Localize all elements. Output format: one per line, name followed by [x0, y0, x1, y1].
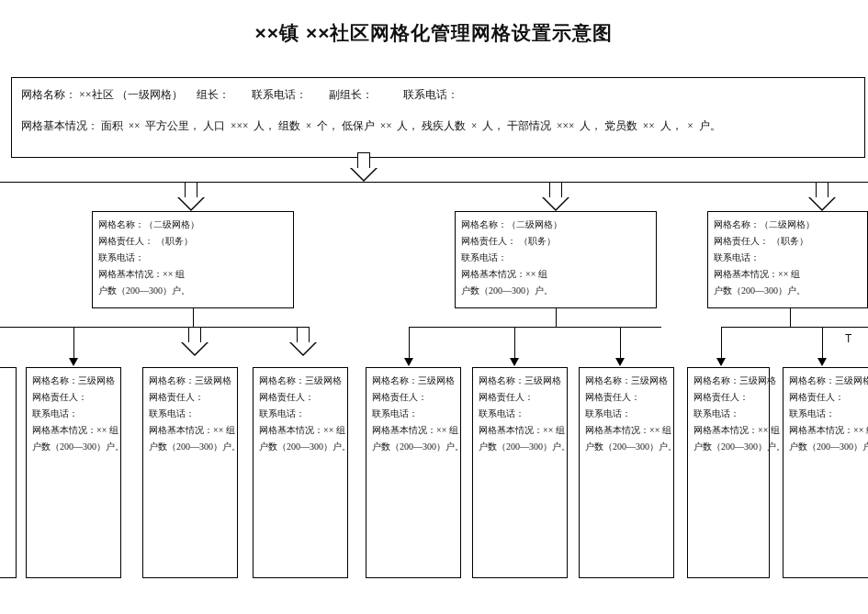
l3-hh: 户数（200—300）户。	[479, 440, 561, 454]
l2-name: 网格名称：（二级网格）	[714, 218, 862, 232]
disabled-unit: 人，	[482, 120, 504, 131]
arrow-down-icon	[289, 327, 317, 356]
basic-label: 网格基本情况：	[21, 120, 98, 131]
l3-phone: 联系电话：	[32, 407, 115, 421]
l3-basic: 网格基本情况：×× 组	[479, 423, 561, 438]
l3-hh: 户数（200—300）户。	[585, 440, 668, 454]
disabled-label: 残疾人数	[422, 120, 466, 131]
l2-owner: 网格责任人： （职务）	[461, 234, 650, 249]
l2-basic: 网格基本情况：×× 组	[98, 267, 287, 282]
l3-basic: 网格基本情况：×× 组	[32, 423, 115, 438]
connector-line	[0, 182, 868, 183]
l2-owner: 网格责任人： （职务）	[714, 234, 862, 249]
level3-box: 网格名称：三级网格 网格责任人： 联系电话： 网格基本情况：×× 组 户数（20…	[472, 367, 568, 578]
l2-hh: 户数（200—300）户。	[461, 284, 650, 298]
l3-name: 网格名称：三级网格	[372, 374, 455, 388]
l3-hh: 户数（200—300）户。	[789, 440, 862, 454]
level3-box: 网格名称：三级网格 网格责任人： 联系电话： 网格基本情况：×× 组 户数（20…	[142, 367, 238, 578]
l3-basic: 网格基本情况：×× 组	[149, 423, 231, 438]
level3-box: 网格名称：三级网格 网格责任人： 联系电话： 网格基本情况：×× 组 户数（20…	[579, 367, 674, 578]
l2-hh: 户数（200—300）户。	[714, 284, 862, 298]
l3-basic: 网格基本情况：×× 组	[585, 423, 668, 438]
l3-owner: 网格责任人：	[32, 390, 115, 405]
deputy-label: 副组长：	[329, 88, 373, 101]
l3-name: 网格名称：三级网格	[585, 374, 668, 388]
connector-line	[556, 308, 557, 327]
arrow-down-icon	[181, 327, 209, 356]
connector-line	[822, 327, 823, 358]
l3-phone: 联系电话：	[149, 407, 231, 421]
l3-phone: 联系电话：	[693, 407, 763, 421]
l3-name: 网格名称：三级网格	[479, 374, 561, 388]
l2-owner: 网格责任人： （职务）	[98, 234, 287, 249]
party-unit: 人，	[660, 120, 682, 131]
arrowhead-icon	[510, 358, 519, 366]
pop-unit: 人，	[254, 120, 276, 131]
l3-owner: 网格责任人：	[789, 390, 862, 405]
l3-owner: 网格责任人：	[149, 390, 231, 405]
area-value: ××	[129, 120, 141, 131]
level2-box: 网格名称：（二级网格） 网格责任人： （职务） 联系电话： 网格基本情况：×× …	[455, 211, 657, 308]
connector-line	[620, 327, 621, 358]
group-label: 组数	[278, 120, 300, 131]
l3-name: 网格名称：三级网格	[149, 374, 231, 388]
l3-owner: 网格责任人：	[259, 390, 342, 405]
l3-basic: 网格基本情况：×× 组	[693, 423, 763, 438]
level3-box: 网格名称：三级网格 网格责任人： 联系电话： 网格基本情况：×× 组 户数（20…	[253, 367, 348, 578]
l2-name: 网格名称：（二级网格）	[98, 218, 287, 232]
leader-label: 组长：	[197, 88, 230, 101]
pop-value: ×××	[231, 120, 248, 131]
l3-hh: 户数（200—300）户。	[693, 440, 763, 454]
page-title: ××镇 ××社区网格化管理网格设置示意图	[0, 20, 868, 46]
level1-row1: 网格名称： ××社区 （一级网格） 组长： 联系电话： 副组长： 联系电话：	[21, 87, 855, 103]
l3-phone: 联系电话：	[789, 407, 862, 421]
l3-hh: 户数（200—300）户。	[372, 440, 455, 454]
deputy-phone-label: 联系电话：	[403, 88, 458, 101]
l3-owner: 网格责任人：	[693, 390, 763, 405]
dibao-unit: 人，	[397, 120, 419, 131]
l2-phone: 联系电话：	[98, 251, 287, 265]
l3-name: 网格名称：三级网格	[789, 374, 862, 388]
level1-box: 网格名称： ××社区 （一级网格） 组长： 联系电话： 副组长： 联系电话： 网…	[11, 77, 865, 158]
l3-name: 网格名称：三级网格	[693, 374, 763, 388]
level3-box: 网格名称：三级网格 网格责任人： 联系电话： 网格基本情况：×× 组 户数（20…	[783, 367, 868, 578]
arrow-down-icon	[542, 182, 569, 211]
grid-name-label: 网格名称：	[21, 88, 76, 101]
level3-box-cut	[0, 367, 17, 578]
dibao-label: 低保户	[342, 120, 375, 131]
l3-hh: 户数（200—300）户。	[259, 440, 342, 454]
pop-label: 人口	[203, 120, 225, 131]
hh-value: ×	[687, 120, 693, 131]
l3-owner: 网格责任人：	[372, 390, 455, 405]
level3-box: 网格名称：三级网格 网格责任人： 联系电话： 网格基本情况：×× 组 户数（20…	[26, 367, 121, 578]
arrowhead-icon	[716, 358, 726, 366]
t-mark: T	[845, 332, 851, 345]
party-value: ××	[643, 120, 655, 131]
area-unit: 平方公里，	[145, 120, 200, 131]
dibao-value: ××	[380, 120, 392, 131]
level3-box: 网格名称：三级网格 网格责任人： 联系电话： 网格基本情况：×× 组 户数（20…	[366, 367, 461, 578]
connector-line	[721, 327, 722, 358]
l2-phone: 联系电话：	[714, 251, 862, 265]
l2-name: 网格名称：（二级网格）	[461, 218, 650, 232]
group-unit: 个，	[317, 120, 339, 131]
l2-basic: 网格基本情况：×× 组	[714, 267, 862, 282]
level2-box: 网格名称：（二级网格） 网格责任人： （职务） 联系电话： 网格基本情况：×× …	[92, 211, 294, 308]
l3-basic: 网格基本情况：×× 组	[372, 423, 455, 438]
l3-phone: 联系电话：	[479, 407, 561, 421]
arrow-down-icon	[808, 182, 836, 211]
arrowhead-icon	[69, 358, 78, 366]
arrowhead-icon	[817, 358, 827, 366]
grid-name-value: ××社区 （一级网格）	[79, 88, 183, 101]
connector-line	[721, 327, 868, 328]
l3-phone: 联系电话：	[372, 407, 455, 421]
leader-phone-label: 联系电话：	[252, 88, 307, 101]
l2-basic: 网格基本情况：×× 组	[461, 267, 650, 282]
level1-row2: 网格基本情况： 面积 ×× 平方公里， 人口 ××× 人， 组数 × 个， 低保…	[21, 119, 855, 133]
connector-line	[73, 327, 74, 358]
connector-line	[409, 327, 410, 358]
l3-owner: 网格责任人：	[479, 390, 561, 405]
group-value: ×	[306, 120, 312, 131]
hh-unit: 户。	[699, 120, 721, 131]
disabled-value: ×	[471, 120, 478, 131]
